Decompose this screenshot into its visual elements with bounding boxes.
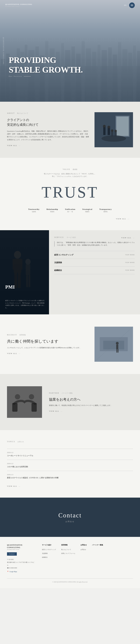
topic-item-1[interactable]: 2020.9.12 コロナ禍における採用活動 xyxy=(7,460,133,471)
footer-nav-col-0: サービス紹介 経営コンサルティング 支援業務 組織統合 xyxy=(42,544,56,573)
recruit-label-en: Recruit xyxy=(7,334,17,336)
svg-point-57 xyxy=(116,342,119,345)
contact-title-jp: お問合せ xyxy=(7,520,133,523)
svg-point-34 xyxy=(108,126,110,128)
values-pillars: Trustworthy 信頼性 Relationship 関係性 Unifica… xyxy=(7,208,133,213)
svg-rect-64 xyxy=(31,403,37,412)
about-content: About 私たちについて クライアントの安定的な成長に向けて Quantita… xyxy=(7,112,89,146)
partner-view-all[interactable]: VIEW ALL xyxy=(49,410,133,412)
hero-section: QUANTITATIVE CONSULTING Providing Stable… xyxy=(0,0,140,102)
menu-button[interactable] xyxy=(129,2,135,8)
footer-nav-item[interactable]: 組織統合 xyxy=(42,556,56,558)
svg-rect-23 xyxy=(113,54,117,102)
footer-map-link[interactable]: 📍 Google Maps xyxy=(7,570,35,573)
about-heading: クライアントの安定的な成長に向けて xyxy=(7,118,89,127)
recruit-label-jp: 採用情報 xyxy=(19,334,26,336)
partner-heading: 協業をお考えの方へ xyxy=(49,397,133,402)
svg-rect-24 xyxy=(118,42,121,102)
footer-logo-sub: Providing Stable Growth xyxy=(7,549,35,550)
svg-rect-39 xyxy=(103,127,106,135)
trust-word: TRUST xyxy=(7,183,133,201)
footer-contact-button[interactable]: Contact xyxy=(7,552,17,556)
svg-rect-25 xyxy=(122,49,127,102)
service-item-1[interactable]: 支援業務 VIEW MORE xyxy=(54,258,135,266)
svg-rect-50 xyxy=(26,275,28,287)
svg-rect-33 xyxy=(108,128,110,135)
svg-point-65 xyxy=(15,394,20,400)
footer-nav-item[interactable]: お問合せ xyxy=(81,548,87,551)
footer-nav-item[interactable]: 支援業務 xyxy=(42,552,56,555)
svg-rect-35 xyxy=(111,132,113,137)
svg-point-32 xyxy=(102,135,126,142)
recruit-view-all[interactable]: VIEW ALL xyxy=(7,352,88,354)
svg-point-36 xyxy=(111,130,113,132)
svg-rect-63 xyxy=(12,403,17,412)
topic-item-2[interactable]: 2020.4.13 新型コロナウイルス感染症（COVID-19）に関する業務方針… xyxy=(7,471,133,482)
recruit-section: Recruit 採用情報 共に働く仲間を探しています コンサルタントとして、とも… xyxy=(0,314,140,374)
logo[interactable]: QUANTITATIVE CONSULTING Providing Stable… xyxy=(5,4,32,7)
header: QUANTITATIVE CONSULTING Providing Stable… xyxy=(0,0,140,10)
recruit-content: Recruit 採用情報 共に働く仲間を探しています コンサルタントとして、とも… xyxy=(7,334,88,354)
footer-nav-col-1: 採用情報 私たちについて 採用についてフォーム xyxy=(61,544,75,573)
svg-point-40 xyxy=(103,125,106,128)
values-label-en: Value xyxy=(63,168,70,170)
nav-link[interactable]: EN xyxy=(124,4,127,6)
pillar-strategical: Strategical 戦略性 xyxy=(82,208,92,213)
about-section: About 私たちについて クライアントの安定的な成長に向けて Quantita… xyxy=(0,102,140,158)
recruit-heading: 共に働く仲間を探しています xyxy=(7,339,88,344)
svg-rect-49 xyxy=(26,264,30,275)
topics-section: Topics お知らせ 2020.9.12 コーポレートサイトリニューアル 20… xyxy=(0,430,140,498)
svg-rect-21 xyxy=(102,50,107,102)
values-label-jp: 価値観 xyxy=(73,168,77,170)
partner-label-jp: パートナー募集 xyxy=(62,392,73,394)
values-view-all[interactable]: VIEW ALL xyxy=(116,218,130,220)
contact-title: Contact xyxy=(7,512,133,519)
service-view-all[interactable]: VIEW ALL xyxy=(121,237,135,239)
service-left-panel: PMI 経営コンサルティング多数のプロジェクトから培った経験を元にコンサルタント… xyxy=(0,230,49,314)
pillar-relationship: Relationship 関係性 xyxy=(47,208,58,213)
footer-nav-item[interactable]: 採用についてフォーム xyxy=(61,552,75,555)
svg-rect-59 xyxy=(116,349,117,352)
svg-rect-20 xyxy=(98,45,100,102)
svg-rect-22 xyxy=(108,47,112,102)
service-items: 経営コンサルティング VIEW MORE 支援業務 VIEW MORE 組織統合… xyxy=(54,251,135,274)
about-image xyxy=(95,112,133,147)
pmi-label: PMI xyxy=(5,284,15,290)
partner-section: Partner パートナー募集 協業をお考えの方へ 皆様共に働いて、私達及び弁護… xyxy=(0,374,140,430)
contact-section: Contact お問合せ xyxy=(0,498,140,537)
footer-nav-item[interactable]: 私たちについて xyxy=(61,548,75,551)
recruit-illustration xyxy=(95,327,133,362)
values-section: Value 価値観 私たちのベースは人は、会社に価値を与えるとして「TRUST」… xyxy=(0,158,140,230)
about-label-en: About xyxy=(7,112,15,114)
svg-point-66 xyxy=(29,394,34,400)
nav-icons: EN xyxy=(124,2,135,8)
topics-view-all[interactable]: VIEW ALL xyxy=(7,485,133,487)
topic-item-0[interactable]: 2020.9.12 コーポレートサイトリニューアル xyxy=(7,449,133,460)
svg-rect-47 xyxy=(18,272,21,288)
recruit-body: コンサルタントとして、ともにクライアントの課題解決支援を支援する仲間(Membe… xyxy=(7,346,88,349)
pillar-unification: Unification 統一・性 xyxy=(65,208,75,213)
svg-rect-44 xyxy=(12,259,16,270)
footer-logo-area: QUANTITATIVE CONSULTING Providing Stable… xyxy=(7,544,35,573)
about-view-all[interactable]: VIEW ALL xyxy=(7,145,89,146)
hamburger-icon xyxy=(131,4,133,6)
service-title-area: Service サービス紹介 xyxy=(54,236,76,239)
about-label-jp: 私たちについて xyxy=(17,112,28,114)
footer-nav-item[interactable]: 経営コンサルティング xyxy=(42,548,56,551)
svg-rect-58 xyxy=(116,345,118,349)
svg-rect-18 xyxy=(86,48,91,102)
service-item-2[interactable]: 組織統合 VIEW MORE xyxy=(54,266,135,274)
footer-copyright: © 2020 QUANTITATIVE CONSULTING All right… xyxy=(7,578,133,583)
partner-body: 皆様共に働いて、私達及び弁護士等などのビジネスパートナーと連携してご支援します。 xyxy=(49,404,133,407)
svg-rect-31 xyxy=(116,116,129,136)
service-item-0[interactable]: 経営コンサルティング VIEW MORE xyxy=(54,251,135,258)
partner-label-en: Partner xyxy=(49,392,59,394)
location-icon: 📍 xyxy=(7,570,9,573)
values-top: Value 価値観 私たちのベースは人は、会社に価値を与えるとして「TRUST」… xyxy=(7,168,133,178)
hero-title: PROVIDING STABLE GROWTH. xyxy=(9,55,83,74)
pillar-trustworthy: Trustworthy 信頼性 xyxy=(28,208,39,213)
topics-header: Topics お知らせ xyxy=(7,440,133,444)
topics-label-jp: お知らせ xyxy=(17,440,24,443)
pillar-transparency: Transparency 透明性 xyxy=(99,208,112,213)
svg-rect-56 xyxy=(103,341,124,350)
